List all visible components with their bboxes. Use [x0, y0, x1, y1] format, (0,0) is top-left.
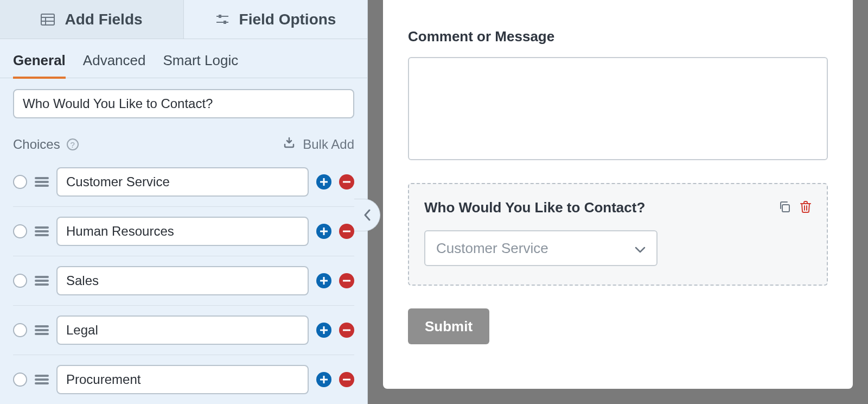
subtab-smart-logic[interactable]: Smart Logic [163, 52, 238, 78]
default-choice-radio[interactable] [13, 274, 27, 288]
comment-textarea[interactable] [408, 57, 828, 160]
bulk-add-label: Bulk Add [303, 137, 354, 152]
svg-rect-7 [224, 21, 226, 24]
tab-field-options-label: Field Options [239, 11, 336, 28]
trash-icon [800, 206, 812, 215]
add-choice-button[interactable] [316, 323, 331, 338]
choice-row [13, 305, 354, 355]
drag-handle-icon[interactable] [35, 176, 49, 188]
remove-choice-button[interactable] [339, 224, 354, 239]
svg-rect-38 [782, 205, 789, 212]
tab-add-fields[interactable]: Add Fields [0, 0, 183, 39]
remove-choice-button[interactable] [339, 174, 354, 190]
default-choice-radio[interactable] [13, 224, 27, 238]
add-choice-button[interactable] [316, 174, 331, 190]
choice-row [13, 256, 354, 305]
chevron-left-icon [363, 209, 371, 221]
choice-input[interactable] [56, 365, 309, 394]
duplicate-field-button[interactable] [778, 200, 791, 216]
drag-handle-icon[interactable] [35, 275, 49, 287]
remove-choice-button[interactable] [339, 273, 354, 288]
help-icon[interactable]: ? [67, 138, 79, 150]
choice-input[interactable] [56, 315, 309, 345]
field-label-input[interactable] [13, 89, 354, 118]
subtab-advanced[interactable]: Advanced [83, 52, 146, 78]
remove-choice-button[interactable] [339, 372, 354, 387]
default-choice-radio[interactable] [13, 373, 27, 387]
choice-input[interactable] [56, 266, 309, 295]
choice-row [13, 206, 354, 256]
svg-rect-0 [41, 14, 54, 25]
svg-rect-5 [219, 15, 221, 18]
grid-form-icon [41, 14, 55, 26]
download-icon [283, 137, 295, 152]
copy-icon [778, 206, 791, 215]
choices-list [13, 157, 354, 404]
field-actions [778, 200, 812, 216]
dropdown-selected-value: Customer Service [436, 240, 548, 257]
choices-header: Choices ? Bulk Add [13, 137, 354, 152]
drag-handle-icon[interactable] [35, 374, 49, 386]
contact-dropdown[interactable]: Customer Service [424, 230, 658, 266]
comment-field-label: Comment or Message [408, 28, 828, 45]
panel-sub-tabs: General Advanced Smart Logic [0, 39, 367, 78]
submit-button[interactable]: Submit [408, 308, 489, 344]
choice-row [13, 355, 354, 404]
chevron-down-icon [635, 240, 646, 257]
add-choice-button[interactable] [316, 224, 331, 239]
drag-handle-icon[interactable] [35, 324, 49, 336]
remove-choice-button[interactable] [339, 323, 354, 338]
selected-field-block[interactable]: Who Would You Like to Contact? [408, 183, 828, 286]
tab-field-options[interactable]: Field Options [183, 0, 367, 39]
form-preview-wrap: Comment or Message Who Would You Like to… [368, 0, 868, 404]
default-choice-radio[interactable] [13, 175, 27, 189]
drag-handle-icon[interactable] [35, 225, 49, 237]
sliders-icon [215, 14, 229, 26]
subtab-general[interactable]: General [13, 52, 66, 79]
default-choice-radio[interactable] [13, 323, 27, 337]
contact-field-label: Who Would You Like to Contact? [424, 199, 645, 216]
choice-input[interactable] [56, 167, 309, 197]
add-choice-button[interactable] [316, 273, 331, 288]
panel-top-tabs: Add Fields Field Options [0, 0, 367, 39]
tab-add-fields-label: Add Fields [65, 11, 142, 28]
panel-body: Choices ? Bulk Add [0, 78, 367, 404]
add-choice-button[interactable] [316, 372, 331, 387]
bulk-add-button[interactable]: Bulk Add [283, 137, 354, 152]
form-preview-canvas: Comment or Message Who Would You Like to… [383, 0, 853, 389]
field-options-panel: Add Fields Field Options General Advance… [0, 0, 368, 404]
delete-field-button[interactable] [800, 200, 812, 216]
choices-label: Choices [13, 137, 60, 152]
choice-input[interactable] [56, 217, 309, 246]
choice-row [13, 157, 354, 206]
